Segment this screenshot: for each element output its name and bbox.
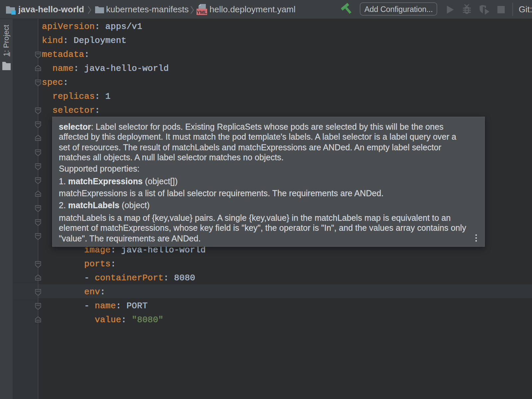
svg-text:YML: YML xyxy=(197,10,207,15)
